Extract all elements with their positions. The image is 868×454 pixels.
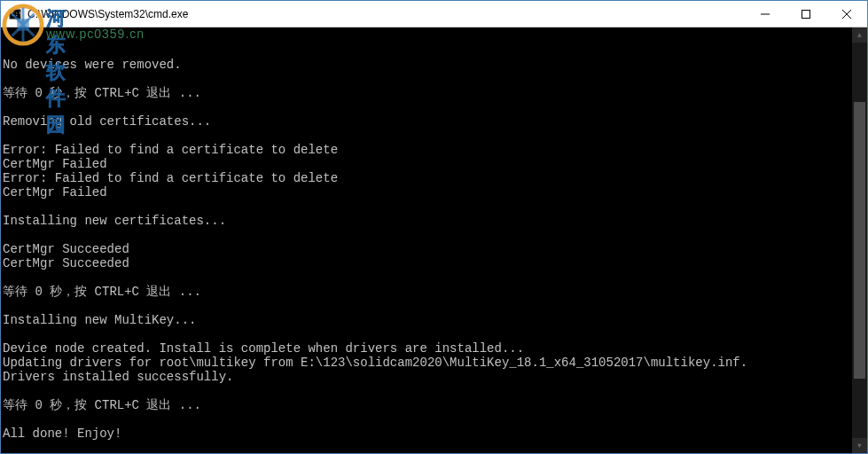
- terminal-line: [3, 441, 867, 453]
- window-title: C:\WINDOWS\System32\cmd.exe: [27, 8, 745, 20]
- terminal-line: Installing new MultiKey...: [3, 313, 867, 327]
- terminal-line: [3, 299, 867, 313]
- terminal-line: Drivers installed successfully.: [3, 370, 867, 384]
- terminal-line: Removing old certificates...: [3, 114, 867, 129]
- terminal-line: [3, 72, 867, 86]
- terminal-line: CertMgr Failed: [3, 157, 867, 171]
- svg-text:C:\: C:\: [12, 10, 21, 17]
- minimize-button[interactable]: [745, 1, 786, 27]
- scrollbar-track[interactable]: [852, 43, 867, 438]
- terminal-line: [3, 384, 867, 398]
- terminal-line: All done! Enjoy!: [3, 427, 867, 441]
- scrollbar[interactable]: ▲ ▼: [852, 27, 867, 453]
- close-button[interactable]: [826, 1, 867, 27]
- terminal-line: [3, 228, 867, 242]
- terminal-line: 等待 0 秒，按 CTRL+C 退出 ...: [3, 86, 867, 100]
- maximize-button[interactable]: [786, 1, 826, 27]
- cmd-icon: C:\: [8, 7, 22, 21]
- titlebar[interactable]: C:\ C:\WINDOWS\System32\cmd.exe: [1, 1, 867, 27]
- terminal-line: Error: Failed to find a certificate to d…: [3, 143, 867, 157]
- window-controls: [745, 1, 867, 27]
- terminal-line: [3, 270, 867, 285]
- terminal-line: [3, 129, 867, 143]
- terminal-line: Device node created. Install is complete…: [3, 341, 867, 356]
- terminal-line: [3, 200, 867, 214]
- terminal-line: [3, 327, 867, 341]
- terminal-line: [3, 412, 867, 427]
- terminal-line: Installing new certificates...: [3, 214, 867, 228]
- scrollbar-thumb[interactable]: [854, 102, 865, 379]
- terminal-line: CertMgr Failed: [3, 185, 867, 200]
- scrollbar-up-arrow[interactable]: ▲: [852, 27, 867, 43]
- terminal-line: 等待 0 秒，按 CTRL+C 退出 ...: [3, 285, 867, 299]
- scrollbar-down-arrow[interactable]: ▼: [852, 438, 867, 453]
- terminal-line: CertMgr Succeeded: [3, 256, 867, 270]
- terminal-line: 等待 0 秒，按 CTRL+C 退出 ...: [3, 398, 867, 412]
- terminal-line: Updating drivers for root\multikey from …: [3, 356, 867, 370]
- terminal-line: CertMgr Succeeded: [3, 242, 867, 256]
- terminal-output[interactable]: No devices were removed.等待 0 秒，按 CTRL+C …: [1, 27, 867, 453]
- cmd-window: C:\ C:\WINDOWS\System32\cmd.exe No devic…: [0, 0, 868, 454]
- terminal-line: Error: Failed to find a certificate to d…: [3, 171, 867, 185]
- terminal-line: No devices were removed.: [3, 58, 867, 72]
- svg-rect-3: [802, 10, 810, 18]
- terminal-line: [3, 100, 867, 114]
